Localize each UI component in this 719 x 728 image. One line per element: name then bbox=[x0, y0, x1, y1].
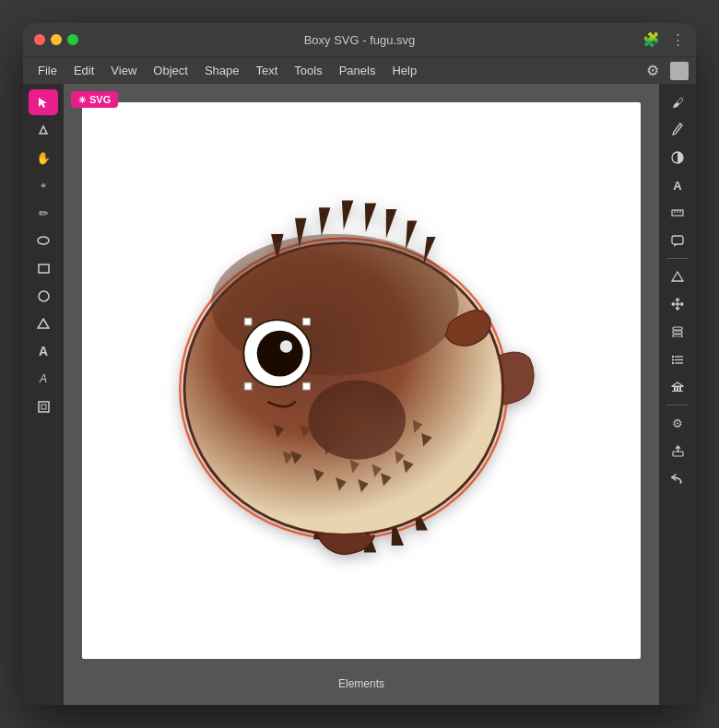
text-tool[interactable]: A bbox=[29, 338, 58, 364]
svg-rect-64 bbox=[679, 387, 681, 391]
svg-rect-42 bbox=[244, 318, 252, 325]
svg-point-40 bbox=[257, 331, 303, 377]
app-window: Boxy SVG - fugu.svg 🧩 ⋮ File Edit View O… bbox=[23, 23, 696, 705]
node-tool[interactable] bbox=[29, 117, 58, 143]
svg-rect-58 bbox=[672, 356, 674, 358]
more-icon[interactable]: ⋮ bbox=[671, 31, 685, 48]
svg-rect-43 bbox=[303, 318, 311, 325]
menu-edit[interactable]: Edit bbox=[66, 61, 101, 80]
svg-point-41 bbox=[280, 340, 292, 352]
svg-marker-12 bbox=[406, 221, 417, 251]
star-icon: ✳ bbox=[78, 95, 86, 105]
svg-point-2 bbox=[39, 291, 49, 301]
menubar-right: ⚙ bbox=[642, 60, 689, 81]
menu-file[interactable]: File bbox=[30, 61, 65, 80]
circle-tool[interactable] bbox=[29, 283, 58, 309]
pencil-tool[interactable]: ✏ bbox=[29, 200, 58, 226]
svg-rect-1 bbox=[39, 264, 49, 273]
frame-tool[interactable] bbox=[29, 393, 58, 419]
svg-marker-8 bbox=[319, 207, 330, 236]
export-icon[interactable] bbox=[664, 438, 691, 464]
right-toolbar: 🖌 A bbox=[659, 84, 696, 705]
divider2 bbox=[666, 405, 689, 405]
color-preview[interactable] bbox=[670, 62, 689, 80]
settings-icon[interactable]: ⚙ bbox=[664, 410, 691, 436]
white-canvas bbox=[82, 102, 641, 659]
comment-icon[interactable] bbox=[664, 228, 691, 253]
rect-tool[interactable] bbox=[29, 255, 58, 281]
menu-tools[interactable]: Tools bbox=[287, 61, 329, 80]
svg-rect-62 bbox=[674, 387, 676, 391]
svg-marker-10 bbox=[365, 203, 376, 232]
svg-rect-63 bbox=[677, 387, 678, 391]
svg-rect-59 bbox=[672, 358, 674, 360]
menu-view[interactable]: View bbox=[103, 61, 144, 80]
layers-icon[interactable] bbox=[664, 319, 691, 345]
adjustments-icon[interactable]: ⚙ bbox=[642, 60, 663, 81]
typography-icon[interactable]: A bbox=[664, 172, 691, 198]
menu-help[interactable]: Help bbox=[384, 61, 424, 80]
svg-rect-4 bbox=[41, 405, 46, 409]
move-icon[interactable] bbox=[664, 291, 691, 317]
svg-rect-53 bbox=[673, 331, 682, 334]
close-button[interactable] bbox=[34, 34, 45, 45]
svg-rect-44 bbox=[244, 382, 252, 390]
zoom-tool[interactable]: ⌖ bbox=[29, 172, 58, 198]
undo-icon[interactable] bbox=[664, 465, 691, 491]
triangle-tool[interactable] bbox=[29, 311, 58, 336]
menu-shape[interactable]: Shape bbox=[197, 61, 247, 80]
svg-point-0 bbox=[38, 237, 49, 244]
menubar: File Edit View Object Shape Text Tools P… bbox=[23, 56, 696, 84]
svg-rect-52 bbox=[673, 327, 682, 330]
titlebar: Boxy SVG - fugu.svg 🧩 ⋮ bbox=[23, 23, 696, 56]
fish-svg bbox=[140, 159, 583, 574]
window-title: Boxy SVG - fugu.svg bbox=[304, 33, 416, 47]
svg-tag: ✳ SVG bbox=[71, 91, 118, 108]
contrast-icon[interactable] bbox=[664, 145, 691, 170]
divider bbox=[666, 258, 689, 259]
svg-point-22 bbox=[308, 380, 406, 459]
svg-rect-60 bbox=[672, 362, 674, 364]
ellipse-tool[interactable] bbox=[29, 228, 58, 253]
menu-object[interactable]: Object bbox=[146, 61, 195, 80]
pen-icon[interactable] bbox=[664, 117, 691, 143]
titlebar-actions: 🧩 ⋮ bbox=[642, 31, 685, 48]
svg-marker-9 bbox=[342, 201, 353, 230]
svg-rect-61 bbox=[672, 386, 683, 387]
svg-label: SVG bbox=[89, 94, 111, 105]
pan-tool[interactable]: ✋ bbox=[29, 145, 58, 170]
svg-rect-51 bbox=[672, 236, 683, 244]
traffic-lights bbox=[34, 34, 78, 45]
text-small-tool[interactable]: A bbox=[29, 366, 58, 392]
triangle-icon[interactable] bbox=[664, 264, 691, 289]
canvas-area[interactable]: ✳ SVG bbox=[64, 84, 659, 705]
paint-bucket-icon[interactable]: 🖌 bbox=[664, 89, 691, 115]
svg-rect-65 bbox=[672, 391, 683, 392]
bank-icon[interactable] bbox=[664, 374, 691, 400]
menu-panels[interactable]: Panels bbox=[332, 61, 383, 80]
left-toolbar: ✋ ⌖ ✏ A A bbox=[23, 84, 64, 705]
minimize-button[interactable] bbox=[51, 34, 62, 45]
svg-rect-3 bbox=[39, 402, 49, 412]
elements-label[interactable]: Elements bbox=[325, 674, 397, 694]
menu-text[interactable]: Text bbox=[248, 61, 285, 80]
svg-marker-11 bbox=[386, 209, 397, 239]
maximize-button[interactable] bbox=[67, 34, 78, 45]
svg-rect-45 bbox=[303, 382, 311, 390]
fish-illustration bbox=[100, 121, 622, 613]
ruler-icon[interactable] bbox=[664, 200, 691, 226]
list-icon[interactable] bbox=[664, 346, 691, 372]
puzzle-icon[interactable]: 🧩 bbox=[642, 31, 660, 48]
select-tool[interactable] bbox=[29, 89, 58, 115]
svg-rect-54 bbox=[673, 335, 682, 337]
main-content: ✋ ⌖ ✏ A A bbox=[23, 84, 696, 705]
